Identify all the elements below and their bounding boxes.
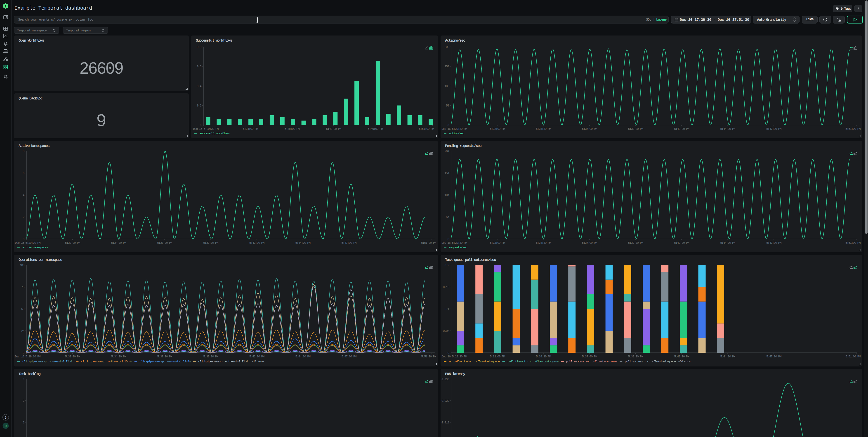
svg-text:Pending requests/sec: Pending requests/sec xyxy=(445,144,482,148)
svg-text:0: 0 xyxy=(23,351,24,355)
svg-text:Dec 16 5:29:30 PM: Dec 16 5:29:30 PM xyxy=(441,127,467,131)
svg-text:Task backlog: Task backlog xyxy=(19,372,40,376)
svg-text:5:44:30 PM: 5:44:30 PM xyxy=(720,127,735,131)
svg-text:5:32:00 PM: 5:32:00 PM xyxy=(65,355,80,358)
svg-text:5:34:00 PM: 5:34:00 PM xyxy=(243,127,258,131)
svg-text:0.6: 0.6 xyxy=(197,65,202,68)
svg-text:poll_success · c..-flow-task-q: poll_success · c..-flow-task-queue xyxy=(625,360,676,363)
svg-text:Actions/sec: Actions/sec xyxy=(445,38,465,43)
svg-text:5:37:00 PM: 5:37:00 PM xyxy=(157,355,172,358)
svg-text:26609: 26609 xyxy=(80,59,123,77)
svg-text:active namespaces: active namespaces xyxy=(22,246,48,249)
svg-text:20K: 20K xyxy=(444,150,450,153)
svg-text:5:42:00 PM: 5:42:00 PM xyxy=(674,241,689,245)
svg-text:3: 3 xyxy=(23,399,24,403)
svg-text:5:39:30 PM: 5:39:30 PM xyxy=(628,355,643,358)
svg-text:P95 latency: P95 latency xyxy=(445,372,465,376)
svg-text:0.05: 0.05 xyxy=(443,330,450,333)
svg-text:5:32:00 PM: 5:32:00 PM xyxy=(490,127,505,131)
svg-text:0.019: 0.019 xyxy=(441,421,449,424)
svg-text:successful workflows: successful workflows xyxy=(199,132,229,135)
svg-text:action/sec: action/sec xyxy=(449,132,464,135)
svg-text:5:46:00 PM: 5:46:00 PM xyxy=(368,127,383,131)
svg-text:9: 9 xyxy=(96,111,106,130)
svg-text:200: 200 xyxy=(444,45,449,49)
svg-text:5:39:30 PM: 5:39:30 PM xyxy=(203,241,218,245)
svg-text:5:37:00 PM: 5:37:00 PM xyxy=(157,241,172,245)
svg-text:Dec 16 17:29:30 - Dec 16 17:51: Dec 16 17:29:30 - Dec 16 17:51:30 xyxy=(680,18,749,22)
svg-text:0.4: 0.4 xyxy=(197,85,202,88)
svg-text:Auto Granularity: Auto Granularity xyxy=(757,18,786,22)
svg-text:5:32:00 PM: 5:32:00 PM xyxy=(490,355,505,358)
svg-text:Open Workflows: Open Workflows xyxy=(19,38,44,43)
svg-text:clickpipes-aws-p..-us-east-1.l: clickpipes-aws-p..-us-east-1.l2c4n xyxy=(140,360,191,363)
svg-text:0.2: 0.2 xyxy=(197,104,202,107)
svg-text:Dec 16 5:29:30 PM: Dec 16 5:29:30 PM xyxy=(441,241,467,245)
svg-text:5:34:30 PM: 5:34:30 PM xyxy=(111,241,126,245)
svg-text:5:39:30 PM: 5:39:30 PM xyxy=(628,241,643,245)
svg-text:5:42:00 PM: 5:42:00 PM xyxy=(326,127,341,131)
svg-text:0: 0 xyxy=(447,238,449,241)
svg-text:5:47:00 PM: 5:47:00 PM xyxy=(341,241,356,245)
svg-text:5:34:30 PM: 5:34:30 PM xyxy=(536,241,551,245)
svg-text:5:42:00 PM: 5:42:00 PM xyxy=(249,241,265,245)
svg-text:0.029: 0.029 xyxy=(441,399,449,403)
svg-text:5:51:00 PM: 5:51:00 PM xyxy=(845,241,861,245)
svg-text:50: 50 xyxy=(446,104,450,107)
svg-text:clickpipes-aws-p..-us-east-2.l: clickpipes-aws-p..-us-east-2.l2c4n xyxy=(22,360,73,363)
svg-text:clickpipes-aws-p..outheast-2.l: clickpipes-aws-p..outheast-2.l2c4n xyxy=(198,360,249,363)
svg-text:Temporal region: Temporal region xyxy=(66,29,91,32)
svg-text:Temporal namespace: Temporal namespace xyxy=(17,29,46,32)
svg-text:5:47:00 PM: 5:47:00 PM xyxy=(766,355,781,358)
svg-text:150: 150 xyxy=(444,65,449,68)
svg-text:5:34:30 PM: 5:34:30 PM xyxy=(111,355,126,358)
svg-text:5:34:30 PM: 5:34:30 PM xyxy=(536,127,551,131)
svg-text:5:42:00 PM: 5:42:00 PM xyxy=(249,355,265,358)
svg-text:5:51:00 PM: 5:51:00 PM xyxy=(845,127,861,131)
svg-text:0: 0 xyxy=(447,124,449,127)
svg-text:2: 2 xyxy=(23,421,24,424)
svg-text:?: ? xyxy=(4,416,6,420)
svg-text:5:32:00 PM: 5:32:00 PM xyxy=(65,241,80,245)
svg-text:15K: 15K xyxy=(444,171,450,175)
svg-text:Task queue poll outcomes/sec: Task queue poll outcomes/sec xyxy=(445,258,496,262)
svg-text:+12 more: +12 more xyxy=(252,360,264,363)
svg-text:0: 0 xyxy=(23,238,24,241)
svg-text:5:39:30 PM: 5:39:30 PM xyxy=(203,355,218,358)
svg-text:5:47:00 PM: 5:47:00 PM xyxy=(341,355,356,358)
svg-text:5:51:00 PM: 5:51:00 PM xyxy=(421,241,436,245)
svg-text:5:37:00 PM: 5:37:00 PM xyxy=(582,127,597,131)
svg-text:5:47:00 PM: 5:47:00 PM xyxy=(766,241,781,245)
svg-text:5:42:00 PM: 5:42:00 PM xyxy=(674,355,689,358)
svg-text:0: 0 xyxy=(447,351,449,355)
svg-text:poll_success_syn..-flow-task-q: poll_success_syn..-flow-task-queue xyxy=(566,360,617,363)
svg-text:0.1: 0.1 xyxy=(444,308,449,311)
svg-text:5K: 5K xyxy=(446,215,450,219)
svg-text:100: 100 xyxy=(444,85,449,88)
svg-text:5:38:00 PM: 5:38:00 PM xyxy=(284,127,300,131)
svg-text:5:32:00 PM: 5:32:00 PM xyxy=(490,241,505,245)
svg-text:5:51:00 PM: 5:51:00 PM xyxy=(419,127,434,131)
svg-text:5:37:00 PM: 5:37:00 PM xyxy=(582,355,597,358)
svg-text:75: 75 xyxy=(21,285,25,289)
svg-text:8: 8 xyxy=(23,150,24,153)
svg-text:100: 100 xyxy=(20,263,24,267)
svg-text:Active Namespaces: Active Namespaces xyxy=(19,144,50,148)
svg-text:poll_timeout · c..-flow-task-q: poll_timeout · c..-flow-task-queue xyxy=(507,360,559,363)
svg-text:5:42:00 PM: 5:42:00 PM xyxy=(674,127,689,131)
svg-text:5:51:00 PM: 5:51:00 PM xyxy=(845,355,861,358)
svg-text:4: 4 xyxy=(23,193,24,197)
svg-text:5:51:00 PM: 5:51:00 PM xyxy=(421,355,436,358)
svg-text:Successful workflows: Successful workflows xyxy=(196,38,232,43)
svg-text:+56 more: +56 more xyxy=(678,360,690,363)
svg-text:2: 2 xyxy=(23,215,24,219)
svg-text:0.2: 0.2 xyxy=(444,263,449,267)
svg-text:0.038: 0.038 xyxy=(441,378,449,381)
svg-text:clickpipes-aws-p..outheast-2.l: clickpipes-aws-p..outheast-2.l2c4n xyxy=(81,360,132,363)
svg-text:Dec 16 5:29:30 PM: Dec 16 5:29:30 PM xyxy=(441,355,467,358)
svg-text:Dec 16 5:29:30 PM: Dec 16 5:29:30 PM xyxy=(193,127,219,131)
svg-text:Dec 16 5:29:30 PM: Dec 16 5:29:30 PM xyxy=(15,355,41,358)
svg-text:5:47:00 PM: 5:47:00 PM xyxy=(766,127,781,131)
svg-text:0.8: 0.8 xyxy=(197,45,202,49)
svg-text:5:37:00 PM: 5:37:00 PM xyxy=(582,241,597,245)
